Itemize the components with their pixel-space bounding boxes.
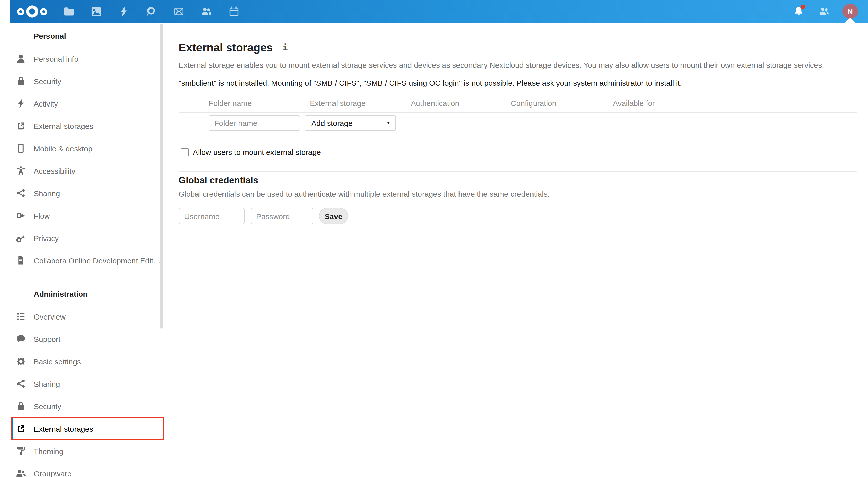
- list-icon: [16, 311, 26, 321]
- sidebar-item-external-storages[interactable]: External storages: [0, 115, 163, 137]
- sidebar-item-privacy[interactable]: Privacy: [0, 227, 163, 249]
- sidebar-item-label: Support: [0, 335, 60, 343]
- sidebar-item-label: Theming: [0, 447, 64, 455]
- page-title: External storagesi: [179, 41, 288, 55]
- paint-roller-icon: [16, 446, 26, 456]
- column-header-folder-name: Folder name: [209, 99, 252, 107]
- search-icon[interactable]: [146, 6, 156, 17]
- avatar[interactable]: N: [842, 4, 858, 19]
- share-icon: [16, 379, 26, 389]
- sidebar-item-support[interactable]: Support: [0, 328, 163, 350]
- save-button[interactable]: Save: [319, 208, 348, 224]
- chevron-down-icon: ▼: [386, 121, 391, 125]
- sidebar-item-label: Sharing: [0, 379, 60, 388]
- sidebar-item-personal-info[interactable]: Personal info: [0, 47, 163, 70]
- sidebar-item-security[interactable]: Security: [0, 395, 163, 417]
- allow-user-mount-checkbox[interactable]: [181, 148, 189, 157]
- sidebar-item-flow[interactable]: Flow: [0, 204, 163, 227]
- global-credentials-description: Global credentials can be used to authen…: [179, 190, 550, 198]
- sidebar-item-overview[interactable]: Overview: [0, 305, 163, 328]
- info-icon[interactable]: i: [282, 42, 288, 53]
- photos-icon[interactable]: [91, 6, 101, 17]
- sidebar-item-label: Groupware: [0, 469, 71, 477]
- files-icon[interactable]: [63, 6, 74, 17]
- settings-sidebar: PersonalPersonal infoSecurityActivityExt…: [0, 23, 163, 477]
- smbclient-warning: "smbclient" is not installed. Mounting o…: [179, 78, 682, 87]
- sidebar-item-label: External storages: [0, 122, 93, 130]
- sidebar-item-security[interactable]: Security: [0, 70, 163, 92]
- sidebar-scrollbar-thumb[interactable]: [160, 24, 163, 329]
- external-link-icon: [16, 423, 26, 434]
- sidebar-item-accessibility[interactable]: Accessibility: [0, 160, 163, 182]
- global-credentials-title: Global credentials: [179, 175, 258, 186]
- external-link-icon: [16, 121, 26, 131]
- page-title-text: External storages: [179, 41, 273, 54]
- sidebar-item-sharing[interactable]: Sharing: [0, 373, 163, 395]
- column-header-authentication: Authentication: [411, 99, 459, 107]
- key-icon: [16, 233, 26, 243]
- section-title-personal: Personal: [0, 25, 163, 47]
- sidebar-item-label: Sharing: [0, 189, 60, 198]
- section-divider: [179, 171, 857, 172]
- sidebar-item-label: Privacy: [0, 234, 59, 242]
- accessibility-icon: [16, 166, 26, 176]
- notification-dot: [801, 5, 805, 9]
- sidebar-item-collabora-online-development-edit[interactable]: Collabora Online Development Edit…: [0, 249, 163, 272]
- mail-icon[interactable]: [173, 6, 184, 17]
- lock-icon: [16, 76, 26, 86]
- sidebar-item-label: Overview: [0, 312, 66, 321]
- contacts-icon[interactable]: [201, 6, 212, 17]
- sidebar-item-label: Basic settings: [0, 357, 81, 366]
- sidebar-item-basic-settings[interactable]: Basic settings: [0, 350, 163, 373]
- sidebar-item-label: Security: [0, 77, 61, 86]
- column-header-external-storage: External storage: [310, 99, 365, 107]
- phone-icon: [16, 143, 26, 154]
- sidebar-item-activity[interactable]: Activity: [0, 92, 163, 115]
- people-icon: [16, 468, 26, 477]
- nav-section-gap: [0, 272, 163, 283]
- sidebar-item-theming[interactable]: Theming: [0, 440, 163, 462]
- lightning-icon: [16, 98, 26, 108]
- main-content: External storagesi External storage enab…: [164, 23, 868, 477]
- sidebar-item-mobile-desktop[interactable]: Mobile & desktop: [0, 137, 163, 160]
- allow-user-mount-label[interactable]: Allow users to mount external storage: [193, 148, 321, 157]
- document-icon: [16, 255, 26, 266]
- sidebar-item-label: Personal info: [0, 54, 78, 63]
- nextcloud-logo-icon[interactable]: [16, 5, 48, 18]
- intro-text: External storage enables you to mount ex…: [179, 61, 824, 69]
- gear-icon: [16, 356, 26, 366]
- flow-icon: [16, 210, 26, 221]
- avatar-initial: N: [847, 7, 853, 15]
- notifications-bell-icon[interactable]: [794, 6, 804, 16]
- sidebar-item-sharing[interactable]: Sharing: [0, 182, 163, 204]
- sidebar-item-label: Accessibility: [0, 166, 75, 175]
- active-indicator: [12, 418, 13, 439]
- sidebar-item-label: Security: [0, 402, 61, 410]
- sidebar-item-groupware[interactable]: Groupware: [0, 462, 163, 477]
- sidebar-item-label: External storages: [0, 424, 93, 433]
- settings-nav: PersonalPersonal infoSecurityActivityExt…: [0, 23, 163, 477]
- calendar-icon[interactable]: [228, 6, 239, 17]
- username-input[interactable]: [179, 208, 245, 224]
- activity-icon[interactable]: [118, 6, 129, 17]
- top-bar: N: [10, 0, 868, 23]
- settings-menu-caret: [844, 18, 856, 23]
- add-storage-select[interactable]: Add storage ▼: [305, 115, 396, 131]
- section-title-administration: Administration: [0, 283, 163, 305]
- add-storage-select-value: Add storage: [311, 119, 352, 127]
- contacts-menu-icon[interactable]: [819, 6, 829, 16]
- sidebar-item-label: Activity: [0, 99, 58, 108]
- column-header-configuration: Configuration: [511, 99, 556, 107]
- sidebar-item-label: Mobile & desktop: [0, 144, 92, 152]
- chat-icon: [16, 334, 26, 344]
- lock-icon: [16, 401, 26, 411]
- user-icon: [16, 54, 26, 64]
- storage-table-header: Folder nameExternal storageAuthenticatio…: [179, 99, 868, 108]
- column-header-available-for: Available for: [613, 99, 655, 107]
- nextcloud-settings-page: N PersonalPersonal infoSecurityActivityE…: [0, 0, 868, 477]
- share-icon: [16, 188, 26, 198]
- table-divider: [179, 112, 857, 112]
- folder-name-input[interactable]: [209, 115, 300, 131]
- sidebar-item-external-storages[interactable]: External storages: [0, 417, 163, 440]
- password-input[interactable]: [251, 208, 313, 224]
